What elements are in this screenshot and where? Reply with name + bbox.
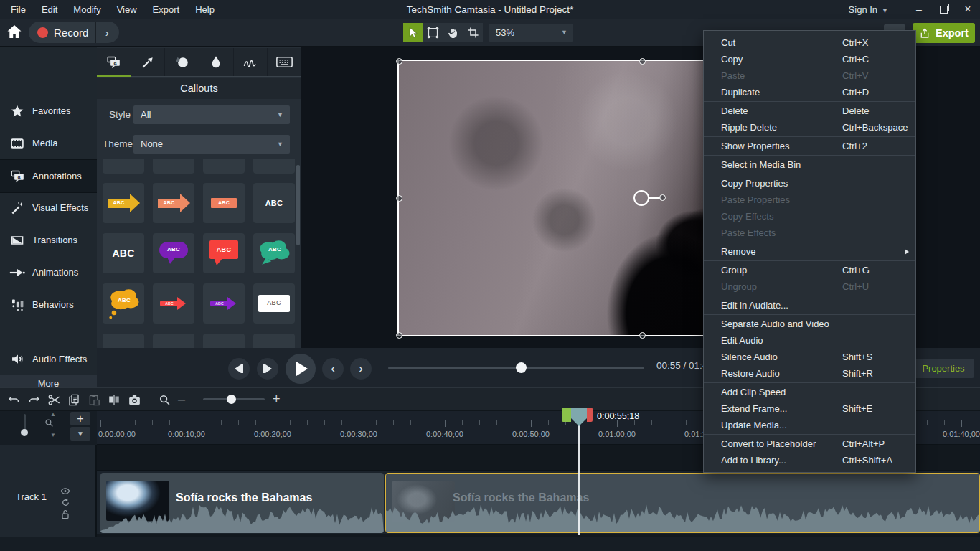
menu-file[interactable]: File: [3, 0, 34, 19]
panel-tab-keyboard[interactable]: [268, 48, 301, 76]
context-item-duplicate[interactable]: DuplicateCtrl+D: [704, 84, 915, 100]
callout-partial-yellow[interactable]: [103, 159, 144, 174]
panel-tab-arrow[interactable]: [131, 48, 166, 76]
context-item-extend-frame[interactable]: Extend Frame...Shift+E: [704, 400, 915, 417]
clip-sofia-2-selected[interactable]: Sofía rocks the Bahamas: [385, 473, 980, 533]
callout-partial-3[interactable]: [203, 159, 245, 174]
context-item-copy-properties[interactable]: Copy Properties: [704, 175, 915, 192]
playhead-in-marker[interactable]: [562, 408, 571, 422]
callout-bar-coral[interactable]: ABC: [203, 183, 245, 223]
sidebar-item-media[interactable]: Media: [0, 127, 97, 159]
record-options-chevron[interactable]: ›: [98, 27, 116, 39]
callout-partial-coral[interactable]: [153, 159, 194, 174]
panel-tab-sketch[interactable]: [234, 48, 268, 76]
callout-bubble-red[interactable]: ABC: [203, 233, 245, 273]
previous-clip-button[interactable]: ‹: [322, 358, 344, 380]
context-item-delete[interactable]: DeleteDelete: [704, 103, 915, 119]
selection-handle[interactable]: [396, 58, 402, 65]
sidebar-item-annotations[interactable]: aAnnotations: [0, 159, 97, 193]
undo-button[interactable]: [4, 390, 23, 409]
context-item-show-properties[interactable]: Show PropertiesCtrl+2: [704, 138, 915, 154]
sidebar-item-animations[interactable]: Animations: [0, 256, 97, 288]
zoom-in-button[interactable]: +: [273, 388, 281, 410]
menu-view[interactable]: View: [109, 0, 145, 19]
copy-button[interactable]: [65, 390, 83, 409]
track-height-thumb[interactable]: [21, 429, 28, 436]
menu-export[interactable]: Export: [145, 0, 188, 19]
next-clip-button[interactable]: ›: [350, 358, 372, 380]
track-loop-icon[interactable]: [60, 498, 70, 507]
context-item-remove[interactable]: Remove: [704, 243, 915, 260]
record-button[interactable]: Record ›: [29, 22, 119, 43]
clip-sofia-1[interactable]: Sofía rocks the Bahamas: [100, 473, 384, 533]
context-item-edit-audio[interactable]: Edit Audio: [704, 332, 915, 349]
rotation-handle[interactable]: [633, 190, 649, 206]
callout-partial-4[interactable]: [253, 159, 295, 174]
selection-handle[interactable]: [639, 332, 646, 339]
properties-button[interactable]: Properties: [913, 359, 974, 378]
play-button[interactable]: [286, 354, 316, 384]
track-lock-icon[interactable]: [60, 509, 70, 519]
context-item-cut[interactable]: CutCtrl+X: [704, 34, 915, 51]
pan-tool-button[interactable]: [443, 23, 463, 42]
callout-arrow-purple[interactable]: ABC: [203, 283, 245, 324]
menu-edit[interactable]: Edit: [34, 0, 65, 19]
capture-frame-button[interactable]: [125, 390, 143, 409]
playhead-line[interactable]: [578, 422, 580, 535]
timeline-zoom-button[interactable]: [155, 390, 174, 409]
context-item-ripple-delete[interactable]: Ripple DeleteCtrl+Backspace: [704, 119, 915, 136]
panel-tab-callout[interactable]: a: [97, 48, 131, 76]
callout-cloud-yellow[interactable]: ABC: [103, 283, 144, 324]
style-dropdown[interactable]: All▼: [133, 105, 290, 124]
menu-modify[interactable]: Modify: [65, 0, 108, 19]
theme-dropdown[interactable]: None▼: [133, 135, 290, 154]
panel-tab-spotlight[interactable]: [165, 48, 199, 76]
zoom-out-button[interactable]: –: [178, 388, 185, 410]
context-item-add-clip-speed[interactable]: Add Clip Speed: [704, 384, 915, 400]
select-tool-button[interactable]: [403, 23, 423, 42]
callout-next-3[interactable]: [203, 334, 245, 348]
split-button[interactable]: [105, 390, 123, 409]
context-item-update-media[interactable]: Update Media...: [704, 417, 915, 433]
callout-next-4[interactable]: [253, 334, 295, 348]
callout-next-2[interactable]: [153, 334, 194, 348]
selection-handle[interactable]: [396, 332, 402, 339]
cut-button[interactable]: [44, 390, 63, 409]
transform-tool-button[interactable]: [423, 23, 443, 42]
context-item-add-to-library[interactable]: Add to Library...Ctrl+Shift+A: [704, 452, 915, 468]
playhead-out-marker[interactable]: [587, 408, 593, 422]
callout-text-large[interactable]: ABC: [103, 233, 144, 273]
arrow-up-icon[interactable]: ▲: [50, 411, 56, 418]
add-track-button[interactable]: +: [70, 412, 90, 425]
callout-next-1[interactable]: [103, 334, 144, 348]
context-item-edit-in-audiate[interactable]: Edit in Audiate...: [704, 297, 915, 314]
callout-arrow-red[interactable]: ABC: [153, 283, 194, 324]
sidebar-item-behaviors[interactable]: Behaviors: [0, 288, 97, 321]
context-item-convert-to-placeholder[interactable]: Convert to PlaceholderCtrl+Alt+P: [704, 435, 915, 452]
redo-button[interactable]: [24, 390, 43, 409]
home-button[interactable]: [6, 23, 24, 42]
callout-bubble-purple[interactable]: ABC: [153, 233, 194, 273]
rotation-handle-dot[interactable]: [659, 194, 666, 201]
next-frame-button[interactable]: [257, 358, 278, 380]
restore-button[interactable]: [931, 0, 956, 19]
track-visibility-eye-icon[interactable]: [60, 486, 70, 496]
sidebar-item-transitions[interactable]: Transitions: [0, 224, 97, 256]
export-button[interactable]: Export: [913, 23, 975, 43]
previous-frame-button[interactable]: [228, 358, 250, 380]
context-item-copy[interactable]: CopyCtrl+C: [704, 51, 915, 67]
context-item-group[interactable]: GroupCtrl+G: [704, 262, 915, 278]
context-item-silence-audio[interactable]: Silence AudioShift+S: [704, 349, 915, 365]
callout-arrow-yellow[interactable]: ABC: [103, 183, 144, 223]
callout-rect-white[interactable]: ABC: [253, 283, 295, 324]
arrow-down-icon[interactable]: ▼: [50, 432, 56, 438]
context-item-restore-audio[interactable]: Restore AudioShift+R: [704, 365, 915, 382]
sidebar-item-audio-effects[interactable]: Audio Effects: [0, 343, 97, 375]
callout-arrow-coral[interactable]: ABC: [153, 183, 194, 223]
timeline-zoom-thumb[interactable]: [227, 395, 236, 404]
callout-text-small[interactable]: ABC: [253, 183, 295, 223]
panel-tab-blur[interactable]: [199, 48, 234, 76]
context-item-separate-audio-and-video[interactable]: Separate Audio and Video: [704, 316, 915, 332]
crop-tool-button[interactable]: [463, 23, 483, 42]
selection-handle[interactable]: [639, 58, 646, 65]
